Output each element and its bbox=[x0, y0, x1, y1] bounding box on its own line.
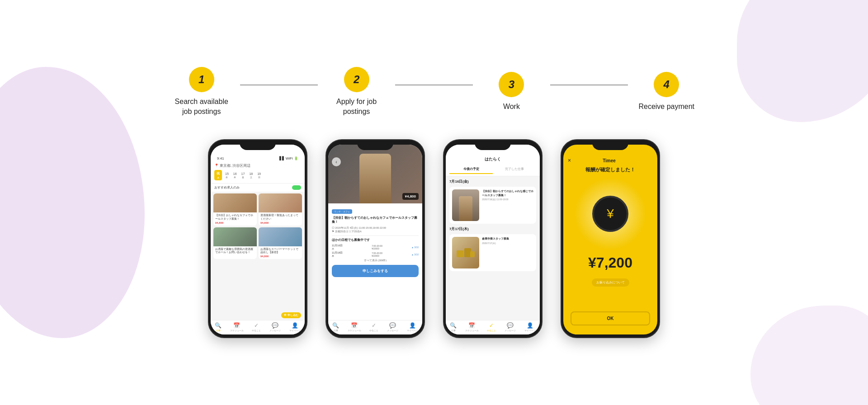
phone-1-date-tab-18[interactable]: 18土 bbox=[248, 171, 254, 179]
job-card-4-title: お洒落なスーパーマーケットで品出し【新宿】 bbox=[260, 248, 300, 254]
job-card-2[interactable]: 居酒屋新宿！製造あったまってください ¥4,800 bbox=[259, 193, 302, 225]
phone-3-nav-profile[interactable]: 👤 マイページ bbox=[524, 322, 536, 332]
step-3: 3 Work bbox=[473, 72, 550, 112]
phone-4-app-name: Timee bbox=[603, 158, 616, 163]
phone-4-glow-circle: ¥ bbox=[574, 178, 646, 250]
phone-2-nav-jobs[interactable]: 🔍 仕事 bbox=[332, 322, 339, 332]
phone-3-nav-schedule[interactable]: 📅 スケジュール bbox=[465, 322, 479, 332]
step-connector-3-4 bbox=[550, 85, 627, 85]
phone-4-screen: × Timee 報酬が確定しました！ ¥ ¥7,200 お振り込みについて bbox=[563, 145, 657, 334]
job-card-4-info: お洒落なスーパーマーケットで品出し【新宿】 ¥4,800 bbox=[259, 246, 302, 259]
profile-icon: 👤 bbox=[292, 322, 298, 329]
search-icon-2: 🔍 bbox=[332, 322, 339, 329]
phone-3-work-image-1 bbox=[452, 189, 479, 221]
phone-4-confirmed-text: 報酬が確定しました！ bbox=[563, 166, 657, 173]
phone-2-time-2: 7:00-20:00¥10000 bbox=[372, 252, 382, 257]
step-connector-1-2 bbox=[240, 85, 317, 85]
phone-2-meta-date: ◎ 2020年11月 4日(火) 11:00-15:00,19:00-22:00… bbox=[332, 226, 419, 234]
phone-3-nav-message[interactable]: 💬 メッセージ bbox=[505, 322, 516, 332]
phone-2-nav-message[interactable]: 💬 メッセージ bbox=[387, 322, 398, 332]
phone-2-notch bbox=[357, 140, 393, 150]
search-icon-3: 🔍 bbox=[450, 322, 457, 329]
phone-3-work-meta-1: 2020/7/16(金) 11:00-18:00 bbox=[482, 198, 533, 202]
phone-2-frame: ‹ ¥4,800 ランチ・カフェ 【渋谷】朝からすてのおしゃれなカフェでホールス… bbox=[326, 139, 425, 338]
phone-1-date-tab-active[interactable]: 祝火 bbox=[214, 170, 222, 180]
step-4-circle: 4 bbox=[654, 72, 679, 97]
phone-4-coin: ¥ bbox=[592, 196, 628, 232]
phone-2-apply-button[interactable]: 申しこみをする bbox=[332, 265, 419, 277]
phone-3-header-title: はたらく bbox=[449, 156, 536, 162]
phone-4-ok-button[interactable]: OK bbox=[571, 311, 650, 325]
phone-3-date-2: 7月17日(木) bbox=[449, 226, 536, 231]
phone-2-see-all[interactable]: すべて表示 (309件) bbox=[332, 259, 419, 262]
svg-rect-1 bbox=[464, 248, 471, 257]
phone-1-toggle[interactable] bbox=[292, 185, 301, 190]
step-connector-2-3 bbox=[395, 85, 472, 85]
phone-1-nav-schedule[interactable]: 📅 スケジュール bbox=[230, 322, 244, 332]
phone-1-apply-button[interactable]: 申 申し込む bbox=[281, 312, 301, 318]
phone-1-date-tab-16[interactable]: 16木 bbox=[232, 171, 238, 179]
phone-2-nav-todo[interactable]: ✓ やること bbox=[369, 322, 378, 332]
job-card-3-image bbox=[213, 227, 257, 246]
phone-3-work-image-2 bbox=[452, 237, 479, 268]
phone-2-content: ランチ・カフェ 【渋谷】朝からすてのおしゃれなカフェでホールスタッフ募集！ ◎ … bbox=[328, 203, 422, 280]
phone-3-nav-todo[interactable]: ✓ やること bbox=[487, 322, 496, 332]
phone-2-date-row-1: 11月16日火 7:00-20:00¥10000 ▲ 3/10 bbox=[332, 244, 419, 250]
phone-2-screen: ‹ ¥4,800 ランチ・カフェ 【渋谷】朝からすてのおしゃれなカフェでホールス… bbox=[328, 145, 422, 334]
todo-icon: ✓ bbox=[254, 322, 259, 329]
phone-2-date-2: 11月18日木 bbox=[332, 251, 343, 257]
calendar-icon-3: 📅 bbox=[468, 322, 475, 329]
phone-2-time-1: 7:00-20:00¥10000 bbox=[372, 245, 382, 250]
phone-3-tab-upcoming[interactable]: 今後の予定 bbox=[449, 165, 493, 174]
phone-4-transfer-button[interactable]: お振り込みについて bbox=[592, 278, 629, 287]
search-icon: 🔍 bbox=[215, 322, 222, 329]
phone-3-content: 7月16日(金) 【渋谷】朝からすてのおしゃれな感じでホールスタッフ募集！ 20… bbox=[446, 176, 540, 277]
phone-3-work-meta-2: 2020/7/17(木) bbox=[482, 242, 533, 245]
job-card-4[interactable]: お洒落なスーパーマーケットで品出し【新宿】 ¥4,800 bbox=[259, 227, 302, 259]
job-card-3[interactable]: お洒落で素敵な雰囲気の居酒屋でホール！お問い合わせを！ bbox=[213, 227, 257, 259]
phone-3-nav-jobs[interactable]: 🔍 仕事 bbox=[450, 322, 457, 332]
phone-2-back-button[interactable]: ‹ bbox=[332, 157, 341, 166]
phone-3-work-card-1[interactable]: 【渋谷】朝からすてのおしゃれな感じでホールスタッフ募集！ 2020/7/16(金… bbox=[449, 187, 536, 224]
phone-3-tab-completed[interactable]: 完了した仕事 bbox=[493, 165, 536, 174]
step-2-label: Apply for job postings bbox=[325, 97, 388, 117]
phone-3-tabs: 今後の予定 完了した仕事 bbox=[449, 165, 536, 174]
phone-2-nav-schedule[interactable]: 📅 スケジュール bbox=[348, 322, 361, 332]
phone-1-date-tab-17[interactable]: 17金 bbox=[240, 171, 246, 179]
phone-2-date-row-2: 11月18日木 7:00-20:00¥10000 ▲ 3/10 bbox=[332, 251, 419, 257]
phone-3-screen: はたらく 今後の予定 完了した仕事 7月16日(金) bbox=[446, 145, 540, 334]
phone-3-work-info-1: 【渋谷】朝からすてのおしゃれな感じでホールスタッフ募集！ 2020/7/16(金… bbox=[482, 189, 533, 221]
job-card-1[interactable]: 【渋谷】おしゃれなカフェでホールスタッフ募集！ ¥4,800 bbox=[213, 193, 257, 225]
phone-4-amount: ¥7,200 bbox=[563, 254, 657, 271]
job-card-1-price: ¥4,800 bbox=[215, 221, 255, 224]
yen-symbol: ¥ bbox=[607, 207, 614, 221]
phone-2-nav-profile[interactable]: 👤 マイページ bbox=[407, 322, 418, 332]
phone-1-date-tabs: 祝火 15水 16木 17金 18土 19日 bbox=[214, 170, 301, 180]
phone-3-work-card-2[interactable]: 倉庫作業スタッフ募集 2020/7/17(木) bbox=[449, 234, 536, 271]
phone-1-nav-message[interactable]: 💬 メッセージ bbox=[269, 322, 281, 332]
step-3-circle: 3 bbox=[499, 72, 524, 97]
phone-4-notch bbox=[592, 140, 628, 150]
phone-4-frame: × Timee 報酬が確定しました！ ¥ ¥7,200 お振り込みについて bbox=[561, 139, 660, 338]
phone-2-job-title: 【渋谷】朝からすてのおしゃれなカフェでホールスタッフ募集！ bbox=[332, 216, 419, 224]
phone-2-date-1: 11月16日火 bbox=[332, 244, 343, 250]
phone-1-nav-profile[interactable]: 👤 マイページ bbox=[289, 322, 301, 332]
phone-2-other-dates-title: ほかの日程でも募集中です bbox=[332, 238, 419, 242]
phone-1-date-tab-15[interactable]: 15水 bbox=[224, 171, 230, 179]
step-3-label: Work bbox=[503, 102, 520, 112]
phone-1-signal: ▋▋ WiFi 🔋 bbox=[279, 156, 298, 160]
phone-1-jobs-grid: 【渋谷】おしゃれなカフェでホールスタッフ募集！ ¥4,800 居酒屋新宿！製造あ… bbox=[211, 192, 305, 261]
step-1-label: Search available job postings bbox=[170, 97, 233, 117]
phone-1-nav-todo[interactable]: ✓ やること bbox=[252, 322, 261, 332]
phone-4-close-button[interactable]: × bbox=[568, 157, 571, 164]
phone-1-nav-jobs[interactable]: 🔍 仕事 bbox=[215, 322, 222, 332]
step-4: 4 Receive payment bbox=[628, 72, 705, 112]
phone-3-person-figure bbox=[459, 196, 472, 221]
phone-3-notch bbox=[475, 140, 511, 150]
phone-2-divider bbox=[332, 235, 419, 236]
phone-1-date-tab-19[interactable]: 19日 bbox=[256, 171, 262, 179]
step-2: 2 Apply for job postings bbox=[318, 67, 395, 117]
job-card-3-title: お洒落で素敵な雰囲気の居酒屋でホール！お問い合わせを！ bbox=[215, 248, 255, 254]
step-1-circle: 1 bbox=[189, 67, 214, 92]
phone-3-work-info-2: 倉庫作業スタッフ募集 2020/7/17(木) bbox=[482, 237, 533, 268]
